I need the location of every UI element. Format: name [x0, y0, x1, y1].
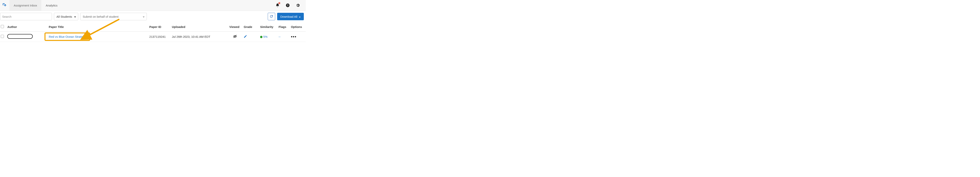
options-menu-button[interactable]: •••	[291, 34, 296, 39]
similarity-pct: 5%	[263, 35, 267, 39]
app-logo	[0, 0, 10, 11]
help-button[interactable]: ?	[285, 3, 290, 8]
refresh-button[interactable]	[268, 13, 275, 20]
caret-down-icon	[299, 15, 301, 18]
tab-label: Assignment Inbox	[14, 4, 37, 7]
table-row: Red vs Blue Ocean Strategy 2137119241 Ju…	[0, 32, 306, 42]
svg-text:?: ?	[287, 4, 288, 7]
uploaded-value: Jul 26th 2023, 10:41 AM EDT	[170, 32, 228, 42]
submit-on-behalf-label: Submit on behalf of student	[83, 15, 119, 18]
row-checkbox[interactable]	[1, 35, 4, 38]
students-filter-label: All Students	[56, 15, 72, 18]
caret-down-icon	[143, 15, 145, 18]
download-all-button[interactable]: Download All	[277, 13, 304, 20]
select-all-checkbox[interactable]	[1, 25, 4, 28]
not-viewed-icon	[233, 35, 237, 39]
column-header-uploaded[interactable]: Uploaded	[170, 22, 228, 32]
top-navbar: Assignment Inbox Analytics ?	[0, 0, 306, 11]
download-all-label: Download All	[280, 15, 298, 18]
tab-analytics[interactable]: Analytics	[41, 0, 62, 11]
help-icon: ?	[286, 3, 290, 8]
flags-value: --	[278, 35, 280, 39]
tab-label: Analytics	[46, 4, 57, 7]
paper-id-value: 2137119241	[148, 32, 170, 42]
column-header-viewed[interactable]: Viewed	[228, 22, 242, 32]
notification-dot	[278, 2, 280, 4]
submissions-table: Author Paper Title Paper ID Uploaded Vie…	[0, 22, 306, 42]
notifications-button[interactable]	[275, 3, 280, 8]
column-header-grade[interactable]: Grade	[242, 22, 259, 32]
edit-grade-button[interactable]	[243, 35, 247, 39]
similarity-dot	[260, 36, 262, 38]
paper-title-link[interactable]: Red vs Blue Ocean Strategy	[49, 35, 86, 39]
refresh-icon	[270, 15, 273, 18]
similarity-link[interactable]: 5%	[260, 35, 267, 39]
students-filter-select[interactable]: All Students	[54, 13, 78, 20]
gear-icon	[296, 3, 300, 8]
tab-assignment-inbox[interactable]: Assignment Inbox	[10, 0, 41, 11]
submit-on-behalf-select[interactable]: Submit on behalf of student	[80, 13, 147, 20]
column-header-author[interactable]: Author	[6, 22, 47, 32]
column-header-options[interactable]: Options	[289, 22, 306, 32]
caret-down-icon	[74, 15, 76, 18]
pencil-icon	[243, 35, 247, 38]
toolbar: All Students Submit on behalf of student…	[0, 11, 306, 22]
column-header-similarity[interactable]: Similarity	[259, 22, 277, 32]
column-header-paper-title[interactable]: Paper Title	[47, 22, 148, 32]
column-header-flags[interactable]: Flags	[277, 22, 289, 32]
search-input[interactable]	[0, 13, 52, 20]
author-redacted	[7, 34, 33, 39]
settings-button[interactable]	[296, 3, 300, 8]
column-header-paper-id[interactable]: Paper ID	[148, 22, 170, 32]
